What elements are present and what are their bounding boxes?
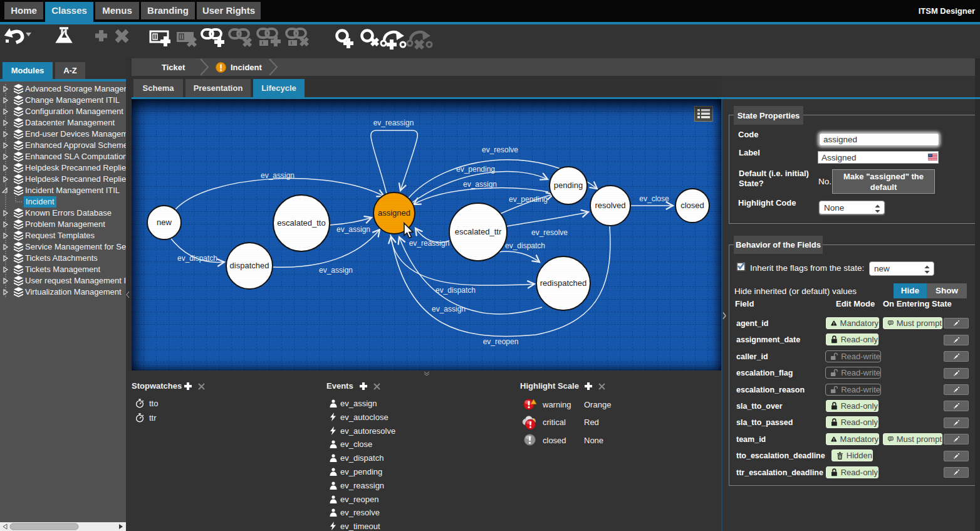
svg-text:ev_resolve: ev_resolve [482,145,518,154]
svg-text:resolved: resolved [595,201,625,210]
svg-text:pending: pending [554,181,583,190]
svg-text:redispatched: redispatched [540,278,586,288]
svg-text:ev_reopen: ev_reopen [483,337,519,346]
svg-text:ev_pending: ev_pending [456,165,495,174]
svg-text:ev_resolve: ev_resolve [531,228,568,237]
svg-text:escalated_ttr: escalated_ttr [455,227,502,236]
svg-text:ev_assign: ev_assign [463,180,497,189]
svg-text:ev_assign: ev_assign [432,305,466,313]
svg-text:new: new [157,218,172,227]
svg-text:ev_pending: ev_pending [509,195,548,204]
svg-text:ev_reassign: ev_reassign [409,239,450,248]
svg-text:ev_close: ev_close [639,194,669,203]
svg-text:ev_assign: ev_assign [336,225,370,234]
svg-text:ev_dispatch: ev_dispatch [435,286,476,295]
svg-text:ev_assign: ev_assign [261,171,295,180]
svg-text:dispatched: dispatched [230,261,269,270]
svg-text:escalated_tto: escalated_tto [277,218,325,228]
svg-text:ev_reassign: ev_reassign [373,118,414,127]
svg-text:closed: closed [680,201,704,210]
svg-text:ev_dispatch: ev_dispatch [505,241,545,250]
svg-text:assigned: assigned [378,208,410,218]
svg-text:ev_dispatch: ev_dispatch [177,254,217,263]
svg-text:ev_assign: ev_assign [319,266,353,275]
